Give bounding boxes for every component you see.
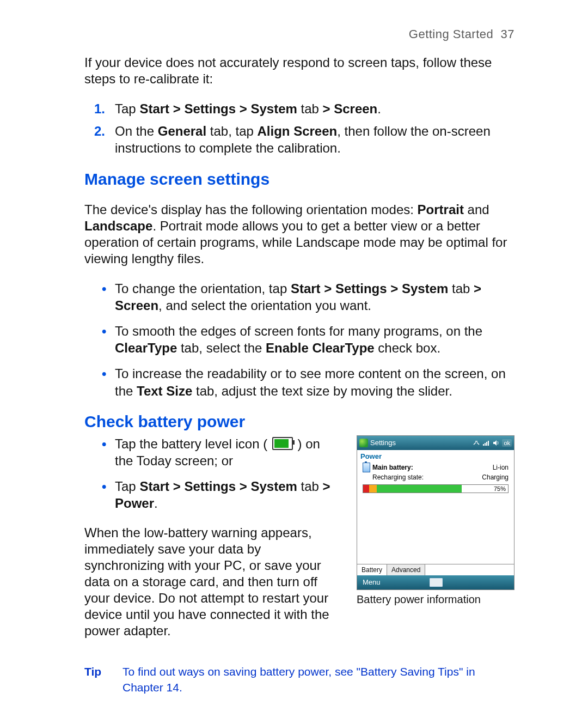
- battery-bullets: Tap the battery level icon ( ) on the To…: [84, 435, 341, 512]
- manage-bullets: To change the orientation, tap Start > S…: [84, 280, 514, 399]
- main-battery-label: Main battery:: [372, 464, 493, 471]
- step-number: 2.: [94, 123, 105, 139]
- battery-left-column: Tap the battery level icon ( ) on the To…: [84, 435, 341, 653]
- ok-button[interactable]: ok: [502, 439, 512, 447]
- step-number: 1.: [94, 100, 105, 117]
- wm-tabs: Battery Advanced: [357, 564, 514, 575]
- step-1: 1. Tap Start > Settings > System tab > S…: [115, 100, 514, 117]
- heading-check-battery: Check battery power: [84, 412, 514, 431]
- battery-warning-para: When the low-battery warning appears, im…: [84, 525, 341, 639]
- tab-battery[interactable]: Battery: [357, 564, 387, 575]
- volume-icon[interactable]: [492, 439, 500, 447]
- running-head: Getting Started 37: [84, 27, 514, 41]
- wm-softbar: Menu: [357, 575, 514, 590]
- softkey-menu[interactable]: Menu: [357, 578, 381, 586]
- intro-paragraph: If your device does not accurately respo…: [84, 54, 514, 87]
- section-name: Getting Started: [409, 27, 493, 41]
- bullet-orientation: To change the orientation, tap Start > S…: [115, 280, 514, 314]
- connectivity-icon[interactable]: [473, 439, 480, 447]
- recharge-value: Charging: [482, 473, 509, 481]
- bullet-cleartype: To smooth the edges of screen fonts for …: [115, 323, 514, 356]
- svg-rect-3: [488, 441, 489, 446]
- keyboard-icon[interactable]: [430, 578, 443, 587]
- recalibrate-steps: 1. Tap Start > Settings > System tab > S…: [84, 100, 514, 157]
- svg-rect-0: [483, 444, 484, 446]
- battery-percent: 75%: [494, 485, 508, 492]
- figure-caption: Battery power information: [357, 593, 514, 606]
- battery-figure: Settings ok Power: [357, 435, 514, 606]
- bullet-textsize: To increase the readability or to see mo…: [115, 365, 514, 399]
- bullet-battery-path: Tap Start > Settings > System tab > Powe…: [115, 478, 341, 512]
- wm-titlebar: Settings ok: [357, 436, 514, 450]
- manual-page: Getting Started 37 If your device does n…: [0, 0, 588, 723]
- tip-label: Tip: [84, 664, 122, 695]
- power-screenshot: Settings ok Power: [357, 435, 514, 590]
- tab-advanced[interactable]: Advanced: [387, 564, 425, 575]
- battery-row: Tap the battery level icon ( ) on the To…: [84, 435, 514, 653]
- tip-text: To find out ways on saving battery power…: [122, 664, 514, 695]
- start-icon[interactable]: [359, 439, 368, 447]
- recharge-label: Recharging state:: [372, 473, 482, 481]
- svg-rect-2: [486, 442, 487, 446]
- wm-body: Main battery: Li-ion Recharging state: C…: [357, 461, 514, 564]
- battery-icon: [272, 437, 293, 450]
- svg-rect-1: [485, 443, 486, 446]
- main-battery-type: Li-ion: [493, 464, 509, 471]
- heading-manage-screen: Manage screen settings: [84, 170, 514, 189]
- wm-title: Settings: [370, 439, 396, 447]
- signal-icon[interactable]: [482, 439, 490, 447]
- page-number: 37: [501, 27, 514, 41]
- battery-small-icon: [363, 463, 370, 472]
- battery-progress: 75%: [363, 484, 509, 493]
- battery-progress-fill: [363, 485, 462, 493]
- wm-heading: Power: [357, 450, 514, 461]
- svg-marker-4: [493, 440, 497, 446]
- bullet-battery-icon: Tap the battery level icon ( ) on the To…: [115, 435, 341, 469]
- manage-paragraph: The device's display has the following o…: [84, 202, 514, 267]
- step-2: 2. On the General tab, tap Align Screen,…: [115, 123, 514, 156]
- tip-row: Tip To find out ways on saving battery p…: [84, 664, 514, 695]
